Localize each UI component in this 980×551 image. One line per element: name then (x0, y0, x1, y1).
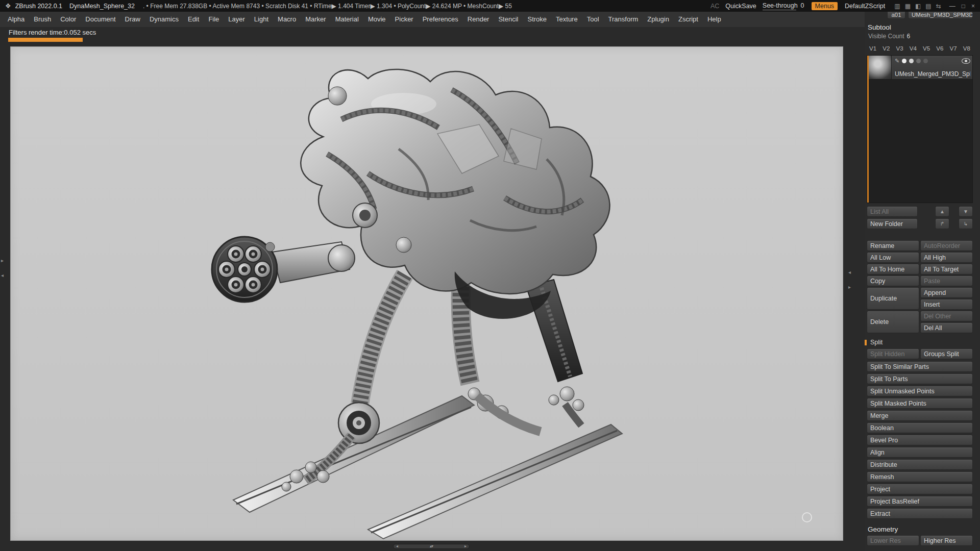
visibility-tab[interactable]: V6 (934, 44, 946, 53)
menu-item[interactable]: Draw (120, 12, 145, 27)
menu-item[interactable]: Stencil (494, 12, 523, 27)
menu-item[interactable]: Document (81, 12, 120, 27)
subtool-section-button[interactable]: Project (867, 484, 973, 494)
ac-button[interactable]: AC (707, 2, 722, 10)
subtool-section-button[interactable]: Distribute (867, 459, 973, 470)
menu-item[interactable]: Render (463, 12, 494, 27)
default-zscript-button[interactable]: DefaultZScript (842, 2, 888, 10)
menu-item[interactable]: Color (56, 12, 81, 27)
menu-item[interactable]: Picker (390, 12, 418, 27)
visibility-tab[interactable]: V2 (880, 44, 892, 53)
menu-item[interactable]: Tool (582, 12, 604, 27)
list-all-button[interactable]: List All (867, 206, 918, 217)
menu-item[interactable]: Edit (183, 12, 204, 27)
polypaint-colorize-icon[interactable] (909, 59, 914, 63)
geometry-header[interactable]: Geometry (867, 524, 973, 535)
visibility-tab[interactable]: V3 (894, 44, 906, 53)
subtool-header[interactable]: Subtool (867, 22, 973, 33)
polypaint-on-icon[interactable] (902, 59, 906, 63)
visibility-tab[interactable]: V7 (947, 44, 960, 53)
texture-map-icon[interactable] (923, 59, 928, 63)
menu-item[interactable]: Dynamics (145, 12, 183, 27)
move-subtool-up-button[interactable]: ▲ (935, 206, 949, 217)
rename-button[interactable]: Rename (867, 240, 919, 251)
menu-item[interactable]: Zplugin (643, 12, 674, 27)
move-into-folder-button[interactable]: ↳ (959, 218, 973, 229)
menu-item[interactable]: Alpha (3, 12, 29, 27)
split-hidden-button[interactable]: Split Hidden (867, 348, 919, 359)
subtool-section-button[interactable]: Split Masked Points (867, 398, 973, 409)
duplicate-button[interactable]: Duplicate (867, 287, 919, 310)
copy-button[interactable]: Copy (867, 276, 919, 286)
higher-res-button[interactable]: Higher Res (920, 535, 973, 546)
visibility-tab[interactable]: V4 (907, 44, 919, 53)
lower-res-button[interactable]: Lower Res (867, 535, 919, 546)
visibility-tab[interactable]: V1 (867, 44, 879, 53)
menu-item[interactable]: Marker (301, 12, 330, 27)
new-folder-button[interactable]: New Folder (867, 218, 918, 229)
layout-icon[interactable]: ▥ (894, 3, 900, 10)
minimize-icon[interactable]: — (949, 3, 955, 10)
all-to-target-button[interactable]: All To Target (920, 264, 973, 274)
insert-button[interactable]: Insert (920, 299, 973, 310)
uv-map-icon[interactable] (916, 59, 921, 63)
close-icon[interactable]: × (971, 3, 975, 10)
menu-item[interactable]: Macro (273, 12, 301, 27)
visibility-tab[interactable]: V5 (920, 44, 933, 53)
visibility-tab[interactable]: V8 (961, 44, 973, 53)
subtool-section-button[interactable]: Bevel Pro (867, 435, 973, 445)
all-to-home-button[interactable]: All To Home (867, 264, 919, 274)
subtool-item[interactable]: ✎ UMesh_Merged_PM3D_Sphere (869, 56, 972, 80)
polypaint-brush-icon[interactable]: ✎ (895, 58, 899, 64)
scroll-left-icon[interactable]: ◂ (396, 544, 398, 548)
autoreorder-button[interactable]: AutoReorder (920, 240, 973, 251)
see-through-slider[interactable]: See-through0 (760, 2, 807, 11)
subtool-section-button[interactable]: Align (867, 447, 973, 458)
menus-toggle-button[interactable]: Menus (812, 2, 838, 10)
append-button[interactable]: Append (920, 287, 973, 298)
scroll-handle-icon[interactable]: ▴▾ (430, 544, 433, 548)
left-tray-toggle[interactable]: ▸ ◂ (1, 258, 4, 278)
subtool-section-button[interactable]: Boolean (867, 422, 973, 433)
subtool-list[interactable]: ✎ UMesh_Merged_PM3D_Sphere (867, 55, 973, 203)
maximize-icon[interactable]: □ (962, 3, 965, 10)
subtool-list-scrollbar[interactable] (867, 56, 869, 203)
menu-item[interactable]: Texture (551, 12, 582, 27)
menu-item[interactable]: Layer (224, 12, 250, 27)
subtool-section-button[interactable]: Split Unmasked Points (867, 386, 973, 396)
menu-item[interactable]: Stroke (523, 12, 551, 27)
layout-icon[interactable]: ⇆ (936, 3, 941, 10)
move-subtool-down-button[interactable]: ▼ (959, 206, 973, 217)
del-other-button[interactable]: Del Other (920, 311, 973, 321)
right-tray-close-icon[interactable]: ▸ (848, 284, 851, 290)
layout-icon[interactable]: ▦ (905, 3, 911, 10)
right-tray-toggle[interactable]: ◂ ▸ (848, 269, 851, 290)
quicksave-button[interactable]: QuickSave (722, 2, 759, 10)
move-out-of-folder-button[interactable]: ↱ (935, 218, 949, 229)
subtool-section-button[interactable]: Extract (867, 508, 973, 519)
menu-item[interactable]: File (204, 12, 224, 27)
subtool-section-button[interactable]: Split To Parts (867, 373, 973, 384)
subtool-thumbnail[interactable] (869, 56, 892, 79)
menu-item[interactable]: Zscript (674, 12, 703, 27)
subtool-section-button[interactable]: Remesh (867, 471, 973, 482)
all-low-button[interactable]: All Low (867, 252, 919, 263)
groups-split-button[interactable]: Groups Split (920, 348, 973, 359)
layout-icon[interactable]: ▤ (925, 3, 931, 10)
delete-button[interactable]: Delete (867, 311, 919, 333)
menu-item[interactable]: Help (703, 12, 726, 27)
menu-item[interactable]: Brush (29, 12, 56, 27)
visibility-eye-icon[interactable] (962, 58, 970, 64)
right-tray-open-icon[interactable]: ◂ (848, 269, 851, 275)
subtool-section-button[interactable]: Project BasRelief (867, 496, 973, 507)
paste-button[interactable]: Paste (920, 276, 973, 286)
split-section-header[interactable]: Split (867, 338, 973, 346)
left-tray-open-icon[interactable]: ▸ (1, 258, 4, 263)
menu-item[interactable]: Movie (363, 12, 390, 27)
subtool-section-button[interactable]: Split To Similar Parts (867, 361, 973, 372)
menu-item[interactable]: Transform (604, 12, 643, 27)
del-all-button[interactable]: Del All (920, 322, 973, 333)
subtool-section-button[interactable]: Merge (867, 410, 973, 421)
scroll-right-icon[interactable]: ▸ (464, 544, 467, 548)
see-through-track[interactable] (763, 9, 796, 11)
